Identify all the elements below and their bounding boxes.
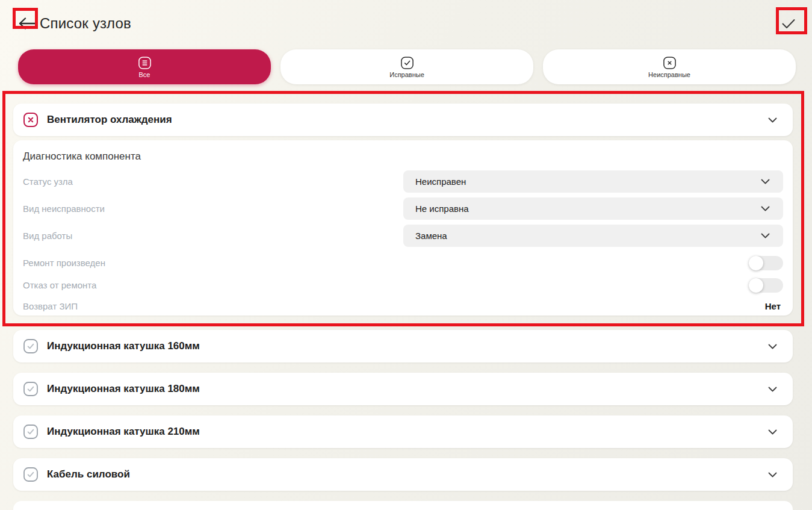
- page-title: Список узлов: [40, 15, 131, 32]
- chevron-down-icon: [761, 206, 770, 211]
- check-square-icon-ok: [23, 381, 39, 397]
- field-row-work-type: Вид работы Замена: [23, 225, 783, 247]
- select-value: Не исправна: [415, 204, 469, 214]
- item-title: Кабель силовой: [47, 468, 130, 480]
- check-square-icon-ok: [23, 424, 39, 440]
- tab-all-label: Все: [139, 72, 150, 78]
- tab-all[interactable]: Все: [18, 49, 271, 84]
- accordion-item-partial[interactable]: [13, 501, 793, 510]
- repair-refused-toggle[interactable]: [749, 278, 783, 293]
- check-square-icon-ok: [23, 338, 39, 354]
- arrow-left-icon: [17, 17, 37, 30]
- checkmark-icon: [781, 19, 796, 29]
- work-type-select[interactable]: Замена: [403, 225, 783, 247]
- node-list-screen: Список узлов Все: [0, 0, 812, 510]
- diagnostics-panel: Диагностика компонента Статус узла Неисп…: [13, 140, 793, 316]
- topbar: Список узлов: [0, 0, 812, 37]
- field-row-spare-return: Возврат ЗИП Нет: [23, 296, 783, 316]
- repair-done-toggle[interactable]: [749, 256, 783, 270]
- chevron-down-icon: [768, 472, 777, 477]
- item-title: Индукционная катушка 210мм: [47, 426, 200, 438]
- chevron-down-icon: [768, 344, 777, 349]
- field-label: Статус узла: [23, 176, 73, 187]
- field-row-repair-refused: Отказ от ремонта: [23, 274, 783, 296]
- fault-type-select[interactable]: Не исправна: [403, 197, 783, 220]
- item-title: Индукционная катушка 180мм: [47, 383, 200, 395]
- filter-tabs: Все Исправные Неисправные: [18, 49, 796, 84]
- confirm-button[interactable]: [777, 13, 800, 34]
- check-square-icon: [400, 56, 414, 70]
- chevron-down-icon: [761, 179, 770, 184]
- field-label: Ремонт произведен: [23, 258, 105, 268]
- accordion-item-coil-210[interactable]: Индукционная катушка 210мм: [13, 415, 793, 448]
- field-label: Вид неисправности: [23, 204, 105, 214]
- accordion-item-cooling-fan[interactable]: Вентилятор охлаждения: [13, 104, 793, 136]
- chevron-down-icon: [768, 387, 777, 392]
- toggle-knob: [749, 256, 763, 270]
- field-label: Возврат ЗИП: [23, 301, 78, 311]
- item-title: Вентилятор охлаждения: [47, 114, 172, 126]
- accordion-item-power-cable[interactable]: Кабель силовой: [13, 458, 793, 491]
- field-row-repair-done: Ремонт произведен: [23, 252, 783, 274]
- back-button[interactable]: [16, 13, 39, 34]
- select-value: Замена: [415, 231, 447, 241]
- tab-faulty-label: Неисправные: [648, 72, 690, 78]
- tab-faulty[interactable]: Неисправные: [543, 49, 796, 84]
- x-square-icon-faulty: [23, 112, 39, 128]
- tab-working[interactable]: Исправные: [280, 49, 533, 84]
- x-square-icon: [663, 56, 677, 70]
- accordion-item-coil-180[interactable]: Индукционная катушка 180мм: [13, 373, 793, 405]
- toggle-knob: [749, 278, 763, 293]
- chevron-down-icon: [768, 429, 777, 435]
- diagnostics-section-title: Диагностика компонента: [23, 151, 783, 163]
- field-label: Вид работы: [23, 231, 72, 241]
- field-row-fault-type: Вид неисправности Не исправна: [23, 197, 783, 220]
- select-value: Неисправен: [415, 176, 466, 187]
- check-square-icon-ok: [23, 467, 39, 482]
- accordion-item-coil-160[interactable]: Индукционная катушка 160мм: [13, 330, 793, 362]
- field-label: Отказ от ремонта: [23, 280, 96, 290]
- list-icon: [138, 56, 152, 70]
- node-status-select[interactable]: Неисправен: [403, 170, 783, 193]
- chevron-down-icon: [768, 117, 777, 123]
- field-row-node-status: Статус узла Неисправен: [23, 170, 783, 193]
- chevron-down-icon: [761, 233, 770, 238]
- tab-working-label: Исправные: [389, 72, 424, 78]
- item-title: Индукционная катушка 160мм: [47, 340, 200, 352]
- spare-return-value: Нет: [765, 301, 783, 311]
